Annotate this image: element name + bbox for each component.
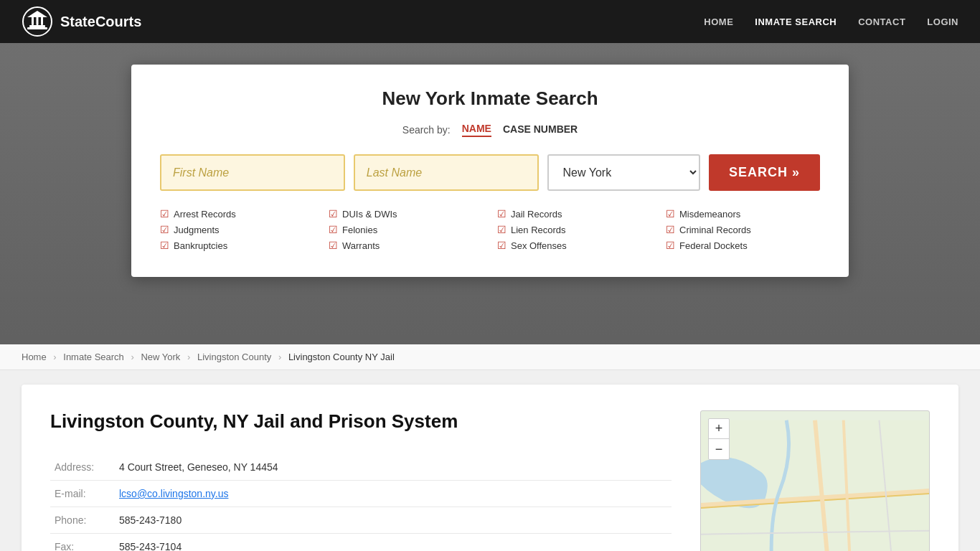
breadcrumb-new-york[interactable]: New York xyxy=(141,352,180,362)
nav-home[interactable]: HOME xyxy=(704,17,733,27)
search-by-row: Search by: NAME CASE NUMBER xyxy=(160,123,820,137)
tab-case-number[interactable]: CASE NUMBER xyxy=(503,123,578,136)
breadcrumb-home[interactable]: Home xyxy=(22,352,47,362)
map-controls: + − xyxy=(708,418,730,460)
logo-icon xyxy=(22,6,53,37)
record-item-sex-offenses: ☑ Sex Offenses xyxy=(497,240,651,251)
record-label: Misdemeanors xyxy=(679,209,740,220)
svg-rect-5 xyxy=(41,17,43,25)
record-label: Warrants xyxy=(342,240,380,251)
breadcrumb-current: Livingston County NY Jail xyxy=(288,352,395,362)
search-by-label: Search by: xyxy=(402,124,451,136)
map-area: + − xyxy=(700,410,930,551)
check-icon: ☑ xyxy=(160,208,169,220)
record-item-jail: ☑ Jail Records xyxy=(497,208,651,220)
record-item-federal: ☑ Federal Dockets xyxy=(666,240,820,251)
email-link[interactable]: lcso@co.livingston.ny.us xyxy=(119,488,228,499)
map-zoom-in[interactable]: + xyxy=(709,419,729,439)
breadcrumb-sep-3: › xyxy=(187,352,190,362)
check-icon: ☑ xyxy=(666,208,675,220)
record-label: DUIs & DWIs xyxy=(342,209,397,220)
breadcrumb-sep-4: › xyxy=(278,352,281,362)
breadcrumb-inmate-search[interactable]: Inmate Search xyxy=(63,352,124,362)
tab-name[interactable]: NAME xyxy=(462,123,491,137)
nav-links: HOME INMATE SEARCH CONTACT LOGIN xyxy=(704,17,958,27)
map-zoom-out[interactable]: − xyxy=(709,439,729,459)
record-item-criminal: ☑ Criminal Records xyxy=(666,224,820,235)
nav-contact[interactable]: CONTACT xyxy=(858,17,905,27)
search-card-title: New York Inmate Search xyxy=(160,88,820,110)
table-row-fax: Fax: 585-243-7104 xyxy=(50,534,672,552)
svg-rect-2 xyxy=(29,25,45,27)
content-card: Livingston County, NY Jail and Prison Sy… xyxy=(22,385,958,551)
main-content: Livingston County, NY Jail and Prison Sy… xyxy=(0,370,980,551)
record-item-warrants: ☑ Warrants xyxy=(329,240,483,251)
svg-rect-1 xyxy=(27,27,47,29)
check-icon: ☑ xyxy=(329,240,338,251)
record-label: Federal Dockets xyxy=(679,240,748,251)
phone-label: Phone: xyxy=(50,507,115,534)
record-item-bankruptcies: ☑ Bankruptcies xyxy=(160,240,314,251)
search-card: New York Inmate Search Search by: NAME C… xyxy=(131,65,849,277)
record-label: Judgments xyxy=(174,225,220,235)
nav-inmate-search[interactable]: INMATE SEARCH xyxy=(755,17,837,27)
table-row-address: Address: 4 Court Street, Geneseo, NY 144… xyxy=(50,454,672,481)
address-value: 4 Court Street, Geneseo, NY 14454 xyxy=(115,454,672,481)
record-item-arrest: ☑ Arrest Records xyxy=(160,208,314,220)
breadcrumb-sep-2: › xyxy=(131,352,133,362)
record-item-duis: ☑ DUIs & DWIs xyxy=(329,208,483,220)
map-svg xyxy=(701,411,929,551)
record-label: Lien Records xyxy=(511,225,566,235)
table-row-phone: Phone: 585-243-7180 xyxy=(50,507,672,534)
record-label: Sex Offenses xyxy=(511,240,567,251)
record-types-grid: ☑ Arrest Records ☑ DUIs & DWIs ☑ Jail Re… xyxy=(160,208,820,251)
record-item-felonies: ☑ Felonies xyxy=(329,224,483,235)
svg-rect-3 xyxy=(32,17,34,25)
first-name-input[interactable] xyxy=(160,154,345,191)
last-name-input[interactable] xyxy=(354,154,539,191)
record-item-judgments: ☑ Judgments xyxy=(160,224,314,235)
record-label: Bankruptcies xyxy=(174,240,227,251)
record-label: Arrest Records xyxy=(174,209,236,220)
search-button[interactable]: SEARCH » xyxy=(709,154,820,191)
record-label: Felonies xyxy=(342,225,377,235)
check-icon: ☑ xyxy=(666,224,675,235)
check-icon: ☑ xyxy=(329,208,338,220)
check-icon: ☑ xyxy=(160,240,169,251)
content-title: Livingston County, NY Jail and Prison Sy… xyxy=(50,410,672,433)
check-icon: ☑ xyxy=(329,224,338,235)
search-inputs-row: New York Alabama Alaska California Flori… xyxy=(160,154,820,191)
hero-section: COURTHOUSE New York Inmate Search Search… xyxy=(0,43,980,344)
fax-label: Fax: xyxy=(50,534,115,552)
address-label: Address: xyxy=(50,454,115,481)
info-table: Address: 4 Court Street, Geneseo, NY 144… xyxy=(50,454,672,551)
check-icon: ☑ xyxy=(497,240,507,251)
check-icon: ☑ xyxy=(497,208,507,220)
table-row-email: E-mail: lcso@co.livingston.ny.us xyxy=(50,481,672,507)
check-icon: ☑ xyxy=(160,224,169,235)
state-select[interactable]: New York Alabama Alaska California Flori… xyxy=(547,154,700,191)
breadcrumb: Home › Inmate Search › New York › Living… xyxy=(0,344,980,370)
record-label: Criminal Records xyxy=(679,225,751,235)
fax-value: 585-243-7104 xyxy=(115,534,672,552)
logo-area: StateCourts xyxy=(22,6,141,37)
record-item-misdemeanors: ☑ Misdemeanors xyxy=(666,208,820,220)
phone-value: 585-243-7180 xyxy=(115,507,672,534)
nav-login[interactable]: LOGIN xyxy=(927,17,958,27)
header: StateCourts HOME INMATE SEARCH CONTACT L… xyxy=(0,0,980,43)
check-icon: ☑ xyxy=(497,224,507,235)
record-label: Jail Records xyxy=(511,209,562,220)
record-item-lien: ☑ Lien Records xyxy=(497,224,651,235)
svg-marker-6 xyxy=(27,11,47,17)
breadcrumb-sep-1: › xyxy=(53,352,56,362)
check-icon: ☑ xyxy=(666,240,675,251)
email-label: E-mail: xyxy=(50,481,115,507)
svg-rect-4 xyxy=(37,17,39,25)
logo-text: StateCourts xyxy=(60,14,141,30)
content-left: Livingston County, NY Jail and Prison Sy… xyxy=(50,410,672,551)
breadcrumb-livingston-county[interactable]: Livingston County xyxy=(197,352,271,362)
